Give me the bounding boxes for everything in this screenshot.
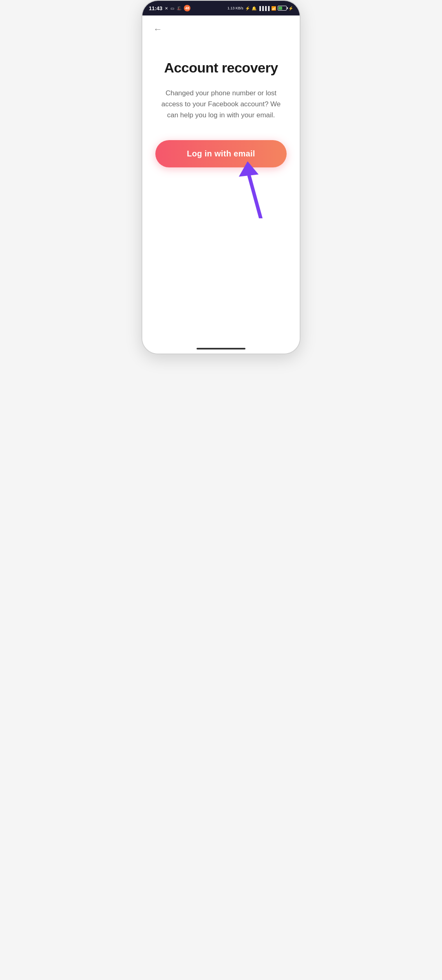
mute-icon: 🔔 [252, 6, 256, 11]
login-button-wrapper: Log in with email [155, 140, 287, 167]
status-bar: 11:43 ✕ ▭ 🎩 48 1.13 KB/s ⚡ 🔔 ▐▐▐▐ 📶 ⚡ [142, 1, 300, 15]
twitter-icon: ✕ [165, 6, 168, 11]
arrow-annotation [234, 161, 270, 218]
charging-icon: ⚡ [288, 6, 293, 11]
status-bar-left: 11:43 ✕ ▭ 🎩 48 [149, 5, 190, 11]
bluetooth-icon: ⚡ [245, 6, 250, 11]
battery-fill [278, 7, 282, 10]
page-content: Account recovery Changed your phone numb… [142, 43, 300, 184]
login-with-email-button[interactable]: Log in with email [155, 140, 287, 167]
data-speed: 1.13 KB/s [228, 6, 243, 10]
notification-badge: 48 [184, 5, 190, 11]
svg-line-0 [248, 170, 261, 218]
page-title: Account recovery [154, 59, 288, 76]
message-icon: ▭ [170, 6, 174, 11]
wifi-icon: 📶 [271, 6, 276, 11]
page-description: Changed your phone number or lost access… [154, 88, 288, 121]
status-bar-right: 1.13 KB/s ⚡ 🔔 ▐▐▐▐ 📶 ⚡ [228, 6, 293, 11]
signal-icon: ▐▐▐▐ [258, 6, 270, 11]
battery-icon [278, 6, 287, 11]
back-arrow-icon: ← [153, 25, 162, 34]
back-button[interactable]: ← [150, 22, 165, 37]
main-content: ← Account recovery Changed your phone nu… [142, 15, 300, 354]
driver-icon: 🎩 [177, 6, 181, 11]
phone-frame: 11:43 ✕ ▭ 🎩 48 1.13 KB/s ⚡ 🔔 ▐▐▐▐ 📶 ⚡ ← [141, 0, 301, 354]
back-button-area: ← [142, 15, 300, 43]
home-indicator [197, 348, 245, 349]
status-time: 11:43 [149, 5, 162, 11]
